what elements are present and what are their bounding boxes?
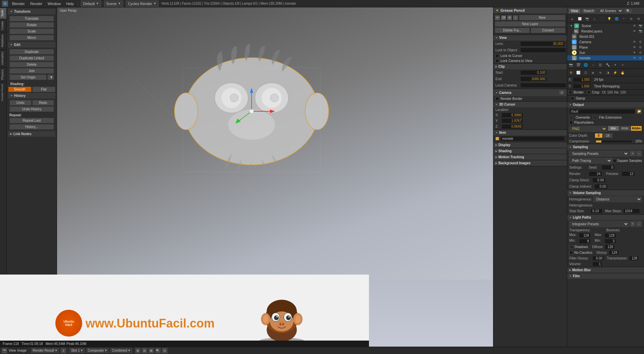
depth-16-btn[interactable]: 16 — [603, 133, 613, 138]
bottom-image-menu[interactable]: Image — [17, 349, 27, 352]
menu-render[interactable]: Render — [29, 2, 44, 6]
square-samples-checkbox[interactable] — [613, 159, 616, 163]
scale-btn[interactable]: Scale — [9, 28, 54, 34]
stamp-checkbox[interactable] — [571, 97, 574, 100]
ol-icon-group[interactable]: ⊞ — [628, 15, 635, 22]
scene-item-camera[interactable]: C Camera 👁 ⚙ — [567, 39, 644, 45]
gp-convert-btn[interactable]: Convert — [531, 27, 566, 33]
sampling-remove-icon[interactable]: - — [636, 151, 642, 157]
gp-settings-icon[interactable]: ⚙ — [507, 15, 512, 20]
clip-end-input[interactable] — [520, 76, 547, 81]
shading-rp-header[interactable]: ▶ Shading — [493, 148, 567, 154]
ol-icon-mesh[interactable]: △ — [591, 15, 598, 22]
gp-delete-frame-btn[interactable]: Delete Fra... — [495, 27, 530, 33]
prop-bake-icon[interactable]: 🔥 — [619, 69, 626, 76]
sun-eye-icon[interactable]: 👁 — [632, 50, 637, 55]
plane-settings-icon[interactable]: ⚙ — [638, 45, 643, 50]
crop-checkbox[interactable] — [587, 91, 591, 94]
background-images-header[interactable]: ▶ Background Images — [493, 160, 567, 166]
overwrite-checkbox[interactable] — [569, 116, 573, 119]
prop-world-icon[interactable]: 🌐 — [582, 61, 589, 68]
slot-icon[interactable]: 2 — [60, 348, 66, 354]
prop-layers-icon[interactable]: ⬜ — [575, 69, 582, 76]
ol-icon-empty[interactable]: ⚬ — [620, 15, 628, 22]
tab-physics[interactable]: Physics — [0, 67, 6, 82]
render-samples-input[interactable] — [589, 171, 602, 176]
camera-y-input[interactable] — [573, 84, 591, 89]
ol-icon-filter[interactable]: ▲ — [569, 15, 576, 22]
tab-relations[interactable]: Relations — [0, 32, 6, 49]
bottom-view-menu[interactable]: View — [9, 349, 16, 352]
smooth-btn[interactable]: Smooth — [8, 86, 32, 92]
menu-window[interactable]: Window — [46, 2, 62, 6]
repeat-last-btn[interactable]: Repeat Last — [9, 118, 54, 123]
engine-dropdown[interactable]: Cycles Render ▼ — [126, 1, 159, 7]
sampling-header[interactable]: ▼ Sampling — [567, 144, 644, 150]
history-header[interactable]: History — [8, 93, 55, 99]
cursor-3d-header[interactable]: ▼ 3D Cursor — [493, 102, 567, 107]
set-origin-dropdown[interactable]: ▼ — [47, 74, 54, 80]
prop-render-icon[interactable]: 📷 — [567, 61, 575, 68]
lock-camera-checkbox[interactable] — [495, 59, 499, 63]
scene-item-world[interactable]: W World.001 — [567, 34, 644, 39]
ol-icon-all[interactable]: ⬜ — [576, 15, 583, 22]
local-camera-input[interactable] — [520, 83, 566, 88]
prop-performance-icon[interactable]: ⚡ — [611, 69, 619, 76]
prop-physics-icon[interactable]: ⚛ — [619, 61, 626, 68]
slot-dropdown[interactable]: Slot 1 ▼ — [69, 348, 85, 353]
prop-antialiasing-icon[interactable]: ◈ — [589, 69, 597, 76]
gp-eraser-icon[interactable]: ⌫ — [501, 15, 506, 20]
prop-dimensions-icon[interactable]: ⊡ — [582, 69, 589, 76]
set-origin-btn[interactable]: Set Origin — [9, 74, 47, 80]
prop-shading-rp[interactable]: ◑ — [604, 69, 611, 76]
prop-object-icon[interactable]: ○ — [589, 61, 597, 68]
preview-input[interactable] — [622, 171, 635, 176]
transform-header[interactable]: Transform — [8, 9, 55, 14]
glossy-input[interactable] — [609, 250, 619, 255]
bw-btn[interactable]: BW — [608, 126, 619, 131]
clip-header[interactable]: ▶ Clip — [493, 64, 567, 69]
volume-input[interactable] — [592, 261, 602, 267]
filter-glossy-input[interactable] — [592, 256, 604, 261]
film-header[interactable]: ▼ Film — [567, 273, 644, 279]
prop-particles-icon[interactable]: ✦ — [611, 61, 619, 68]
min-transp-input[interactable] — [579, 239, 591, 244]
ol-icon-world[interactable]: 🌐 — [613, 15, 620, 22]
min-bounce-input[interactable] — [604, 239, 616, 244]
lock-to-object-input[interactable] — [520, 48, 566, 53]
tab-grease-pencil[interactable]: Grease Pencil — [0, 82, 6, 103]
plane-eye-icon[interactable]: 👁 — [632, 45, 637, 50]
rl-render-icon[interactable]: 📷 — [638, 29, 643, 34]
camera-close-btn[interactable]: × — [559, 90, 565, 95]
bottom-icon-3[interactable]: ⊠ — [148, 348, 154, 354]
cam-settings-icon[interactable]: ⚙ — [638, 40, 643, 44]
fr-view-tab[interactable]: View — [569, 8, 581, 13]
composite-dropdown[interactable]: Composite ▼ — [86, 348, 109, 353]
combined-dropdown[interactable]: Combined ▼ — [110, 348, 132, 353]
output-header[interactable]: ▼ Output — [567, 102, 644, 108]
flat-btn[interactable]: Flat — [32, 86, 56, 92]
cursor-z-input[interactable] — [501, 124, 523, 129]
prop-motion-blur-rp[interactable]: ≋ — [597, 69, 604, 76]
edit-header[interactable]: Edit — [8, 42, 55, 48]
undo-btn[interactable]: Undo — [9, 100, 32, 106]
sampling-add-icon[interactable]: + — [630, 151, 636, 157]
fr-scenes-dropdown[interactable]: All Scenes — [597, 8, 623, 14]
clamp-direct-input[interactable] — [592, 178, 606, 183]
scene-item-plane[interactable]: ▢ Plane 👁 ⚙ — [567, 45, 644, 50]
link-nodes-header[interactable]: Link Nodes — [8, 131, 55, 137]
rgb-btn[interactable]: RGB — [619, 126, 631, 131]
cursor-x-input[interactable] — [501, 113, 523, 118]
seed-input[interactable] — [601, 165, 615, 170]
bottom-icon-2[interactable]: ⊟ — [142, 348, 148, 354]
border-checkbox[interactable] — [569, 91, 572, 94]
ol-icon-lamp[interactable]: 💡 — [605, 15, 613, 22]
step-size-input[interactable] — [591, 209, 602, 214]
max-transp-input[interactable] — [579, 233, 591, 238]
item-color-swatch[interactable] — [495, 137, 499, 140]
view-header[interactable]: ▼ View — [493, 35, 567, 41]
tab-tools[interactable]: Tools — [0, 7, 6, 19]
motion-blur-header[interactable]: ▶ Motion Blur — [567, 267, 644, 273]
tab-animation[interactable]: Animation — [0, 49, 6, 67]
integrator-presets-select[interactable]: Integrator Presets — [569, 221, 629, 227]
